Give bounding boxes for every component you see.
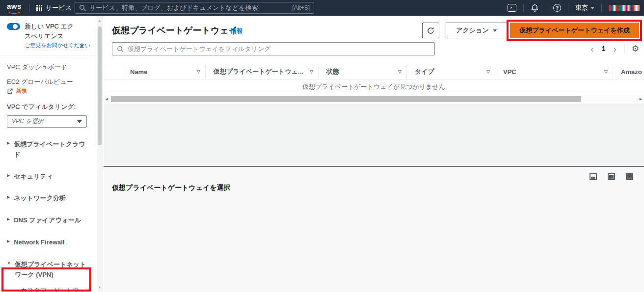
sort-icon: ▽ — [604, 69, 608, 74]
toggle-knob — [13, 24, 18, 29]
vpc-select-placeholder: VPC を選択 — [12, 117, 43, 126]
scroll-left-icon[interactable]: ◀ — [104, 97, 110, 101]
previous-page-icon[interactable]: ‹ — [590, 44, 594, 53]
detail-panel: 仮想プライベートゲートウェイを選択 — [104, 167, 644, 292]
global-search-input[interactable]: サービス、特徴、ブログ、およびドキュメントなどを検索 [Alt+S] — [75, 2, 314, 14]
sidebar-section-vpn[interactable]: ▼ 仮想プライベートネットワーク (VPN) — [7, 260, 91, 280]
global-search-placeholder: サービス、特徴、ブログ、およびドキュメントなどを検索 — [89, 3, 289, 12]
aws-vpc-console: aws サービス サービス、特徴、ブログ、およびドキュメントなどを検索 [Alt… — [0, 0, 644, 292]
column-header-type[interactable]: タイプ▽ — [406, 64, 495, 79]
panel-size-small-icon[interactable] — [590, 173, 597, 180]
topbar-divider — [523, 3, 524, 12]
sort-icon: ▽ — [310, 69, 313, 74]
horizontal-scrollbar-track[interactable] — [110, 96, 638, 102]
vpc-select-dropdown[interactable]: VPC を選択 — [7, 115, 87, 128]
search-icon — [117, 46, 124, 53]
chevron-down-icon — [77, 120, 82, 123]
table-settings-gear-icon[interactable]: ⚙ — [632, 44, 639, 54]
aws-smile-arc — [8, 10, 20, 14]
sidebar-item-customer-gateway[interactable]: カスタマーゲートウェイ — [21, 286, 94, 292]
scroll-down-icon[interactable]: ▼ — [97, 286, 102, 289]
chevron-down-icon — [590, 7, 594, 9]
refresh-button[interactable] — [422, 23, 439, 38]
sidebar-section-dns-firewall[interactable]: ▶ DNS ファイアウォール — [7, 215, 91, 226]
info-link[interactable]: 情報 — [231, 27, 242, 35]
topbar-right-controls: >_ ? 東京 — [508, 0, 644, 16]
chevron-down-icon: ▼ — [7, 261, 11, 280]
scroll-up-icon[interactable]: ▲ — [97, 19, 102, 22]
search-shortcut-hint: [Alt+S] — [292, 4, 310, 11]
sidebar-scrollbar-thumb[interactable] — [98, 27, 102, 145]
sort-icon: ▽ — [197, 69, 200, 74]
services-menu-button[interactable]: サービス — [36, 0, 72, 16]
top-navigation-bar: aws サービス サービス、特徴、ブログ、およびドキュメントなどを検索 [Alt… — [0, 0, 644, 16]
vgw-table-header: Name▽ 仮想プライベートゲートウェ...▽ 状態▽ タイプ▽ VPC▽ Am… — [104, 64, 644, 80]
sidebar-section-virtual-private-cloud[interactable]: ▶ 仮想プライベートクラウド — [7, 139, 91, 160]
pagination-divider — [624, 44, 625, 53]
page-title: 仮想プライベートゲートウェイ — [112, 25, 238, 36]
sidebar-section-security[interactable]: ▶ セキュリティ — [7, 172, 91, 182]
panel-layout-buttons — [590, 173, 633, 180]
topbar-divider — [568, 3, 568, 12]
vpc-filter-label: VPC でフィルタリング: — [7, 103, 91, 111]
sidebar-divider — [0, 55, 96, 55]
cloudshell-icon[interactable]: >_ — [508, 4, 516, 12]
sidebar-section-network-analysis[interactable]: ▶ ネットワーク分析 — [7, 193, 91, 204]
chevron-down-icon — [493, 29, 497, 32]
chevron-right-icon: ▶ — [7, 217, 10, 226]
services-label: サービス — [46, 3, 72, 12]
sidebar-scrollbar[interactable]: ▲ ▼ — [97, 16, 102, 292]
sort-icon: ▽ — [486, 69, 490, 74]
sort-icon: ▽ — [398, 69, 402, 74]
new-experience-toggle[interactable] — [7, 23, 20, 30]
close-icon[interactable]: × — [79, 41, 84, 51]
refresh-icon — [427, 27, 435, 35]
external-link-icon — [7, 88, 13, 94]
panel-size-medium-icon[interactable] — [608, 173, 615, 180]
help-icon[interactable]: ? — [553, 4, 561, 12]
current-page-number: 1 — [602, 45, 606, 53]
region-selector[interactable]: 東京 — [575, 3, 594, 12]
horizontal-scrollbar-thumb[interactable] — [111, 96, 581, 102]
vgw-filter-placeholder: 仮想プライベートゲートウェイをフィルタリング — [128, 45, 270, 53]
column-header-vgw-id[interactable]: 仮想プライベートゲートウェ...▽ — [205, 64, 318, 79]
column-header-state[interactable]: 状態▽ — [318, 64, 406, 79]
new-badge: 新規 — [16, 87, 27, 95]
column-header-amazon-asn[interactable]: Amazo — [613, 64, 644, 79]
detail-panel-placeholder: 仮想プライベートゲートウェイを選択 — [112, 184, 231, 192]
main-content: 仮想プライベートゲートウェイ 情報 アクション 仮想プライベートゲートウェイを作… — [104, 16, 644, 292]
column-header-name[interactable]: Name▽ — [122, 64, 205, 79]
sidebar-item-vpc-dashboard[interactable]: VPC ダッシュボード — [7, 62, 91, 72]
scroll-right-icon[interactable]: ▶ — [638, 97, 644, 101]
chevron-right-icon: ▶ — [7, 141, 10, 160]
next-page-icon[interactable]: › — [612, 44, 617, 53]
chevron-right-icon: ▶ — [7, 173, 10, 182]
vgw-filter-input[interactable]: 仮想プライベートゲートウェイをフィルタリング — [112, 42, 435, 55]
sidebar-section-network-firewall[interactable]: ▶ Network Firewall — [7, 238, 91, 248]
region-label: 東京 — [575, 3, 588, 12]
aws-logo-text: aws — [7, 2, 22, 10]
vpc-sidebar: 新しい VPC エクスペリエンス × ご意見をお聞かせください VPC ダッシュ… — [0, 16, 103, 292]
services-grid-icon — [36, 5, 42, 11]
horizontal-scrollbar[interactable]: ◀ ▶ — [104, 95, 644, 104]
notifications-bell-icon[interactable] — [531, 4, 539, 12]
column-header-vpc[interactable]: VPC▽ — [495, 64, 613, 79]
actions-dropdown-button[interactable]: アクション — [446, 23, 507, 38]
search-icon — [79, 4, 86, 11]
topbar-divider — [601, 3, 602, 12]
chevron-right-icon: ▶ — [7, 239, 10, 248]
table-empty-message: 仮想プライベートゲートウェイが見つかりません — [104, 80, 644, 94]
account-menu-redacted[interactable] — [609, 5, 640, 11]
panel-size-large-icon[interactable] — [626, 173, 633, 180]
topbar-divider — [29, 3, 30, 12]
topbar-divider — [546, 3, 546, 12]
chevron-right-icon: ▶ — [7, 195, 10, 204]
sidebar-item-ec2-global-view[interactable]: EC2 グローバルビュー — [7, 77, 91, 87]
new-experience-label[interactable]: 新しい VPC エクスペリエンス — [25, 22, 78, 41]
vgw-list-card: 仮想プライベートゲートウェイ 情報 アクション 仮想プライベートゲートウェイを作… — [104, 16, 644, 104]
aws-logo[interactable]: aws — [7, 2, 24, 14]
pagination: ‹ 1 › ⚙ — [590, 42, 639, 55]
select-all-column — [104, 64, 122, 79]
create-vgw-button[interactable]: 仮想プライベートゲートウェイを作成 — [510, 23, 639, 38]
